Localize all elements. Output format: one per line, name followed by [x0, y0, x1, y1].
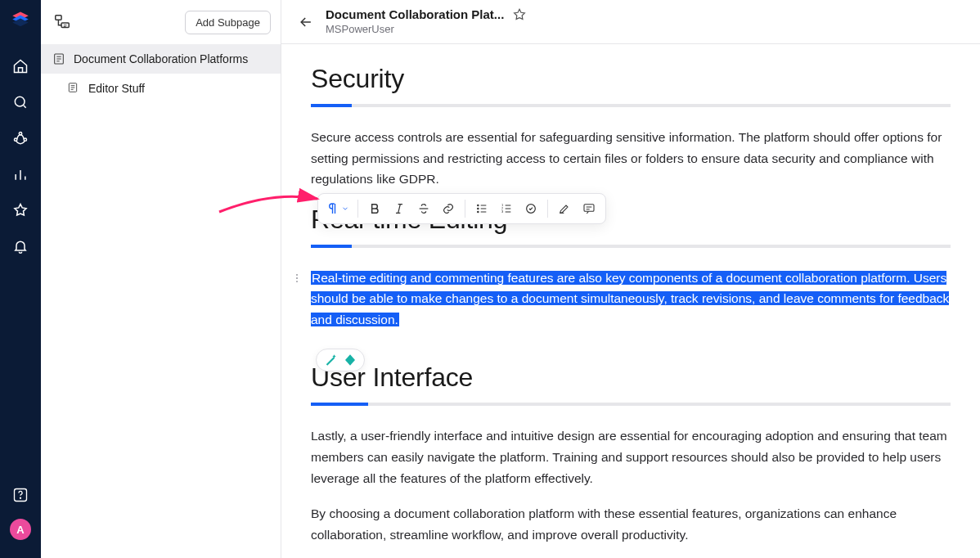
- ordered-list-button[interactable]: 123: [495, 197, 518, 220]
- main: Document Collaboration Plat... MSPowerUs…: [281, 0, 980, 558]
- user-avatar[interactable]: A: [10, 519, 31, 540]
- svg-point-8: [20, 497, 21, 498]
- ai-diamond-icon: [343, 353, 357, 367]
- svg-point-13: [296, 274, 298, 276]
- svg-point-3: [15, 97, 25, 106]
- svg-rect-23: [584, 205, 594, 212]
- sidebar-toolbar: Add Subpage: [41, 0, 281, 44]
- add-subpage-button[interactable]: Add Subpage: [185, 11, 271, 34]
- star-nav-icon[interactable]: [11, 201, 29, 219]
- sidebar-item-document-collaboration-platforms[interactable]: Document Collaboration Platforms: [41, 44, 281, 74]
- svg-point-14: [296, 277, 298, 279]
- block-drag-handle-icon[interactable]: [290, 271, 304, 286]
- highlight-button[interactable]: [553, 197, 576, 220]
- ai-wand-icon: [323, 353, 338, 367]
- svg-text:3: 3: [501, 209, 504, 214]
- paragraph-selected[interactable]: Real-time editing and commenting feature…: [311, 268, 951, 331]
- heading-underline: [311, 245, 951, 248]
- bold-button[interactable]: [363, 197, 386, 220]
- app-logo-icon[interactable]: [10, 10, 31, 31]
- page-title: Document Collaboration Plat...: [326, 7, 504, 23]
- toolbar-separator: [357, 200, 358, 218]
- favorite-star-icon[interactable]: [512, 7, 527, 22]
- paragraph[interactable]: Secure access controls are essential for…: [311, 127, 951, 190]
- page-icon: [52, 52, 65, 65]
- sidebar-item-label: Editor Stuff: [88, 82, 145, 95]
- link-button[interactable]: [437, 197, 460, 220]
- svg-point-15: [296, 281, 298, 282]
- heading-underline: [311, 104, 951, 107]
- svg-point-16: [478, 205, 479, 205]
- help-icon[interactable]: [11, 486, 29, 504]
- toolbar-separator: [547, 200, 548, 218]
- svg-rect-9: [56, 16, 61, 20]
- notifications-icon[interactable]: [11, 237, 29, 255]
- svg-point-18: [478, 211, 479, 212]
- workspace-name: MSPowerUser: [326, 23, 527, 36]
- strikethrough-button[interactable]: [412, 197, 435, 220]
- paragraph-style-button[interactable]: [323, 197, 353, 220]
- back-icon[interactable]: [298, 14, 314, 30]
- heading-security[interactable]: Security: [311, 64, 951, 94]
- checklist-button[interactable]: [519, 197, 542, 220]
- search-icon[interactable]: [11, 93, 29, 111]
- svg-point-17: [478, 208, 479, 209]
- analytics-icon[interactable]: [11, 165, 29, 183]
- main-header: Document Collaboration Plat... MSPowerUs…: [281, 0, 980, 44]
- sidebar: Add Subpage Document Collaboration Platf…: [41, 0, 281, 558]
- people-icon[interactable]: [11, 129, 29, 147]
- app-rail: A: [0, 0, 41, 558]
- text-format-toolbar: 123: [317, 193, 606, 224]
- page-icon: [67, 82, 80, 95]
- heading-underline: [311, 403, 951, 406]
- sidebar-item-editor-stuff[interactable]: Editor Stuff: [41, 74, 281, 103]
- home-icon[interactable]: [11, 57, 29, 75]
- comment-button[interactable]: [578, 197, 600, 220]
- document-body[interactable]: Security Secure access controls are esse…: [281, 44, 980, 558]
- sidebar-item-label: Document Collaboration Platforms: [74, 52, 248, 65]
- header-titles: Document Collaboration Plat... MSPowerUs…: [326, 7, 527, 36]
- bullet-list-button[interactable]: [470, 197, 493, 220]
- paragraph[interactable]: By choosing a document collaboration pla…: [311, 503, 951, 545]
- italic-button[interactable]: [388, 197, 411, 220]
- page-tree-icon[interactable]: [51, 11, 74, 34]
- paragraph[interactable]: Lastly, a user-friendly interface and in…: [311, 425, 951, 488]
- heading-user-interface[interactable]: User Interface: [311, 362, 951, 393]
- toolbar-separator: [465, 200, 465, 218]
- ai-suggestions-pill[interactable]: [316, 349, 365, 371]
